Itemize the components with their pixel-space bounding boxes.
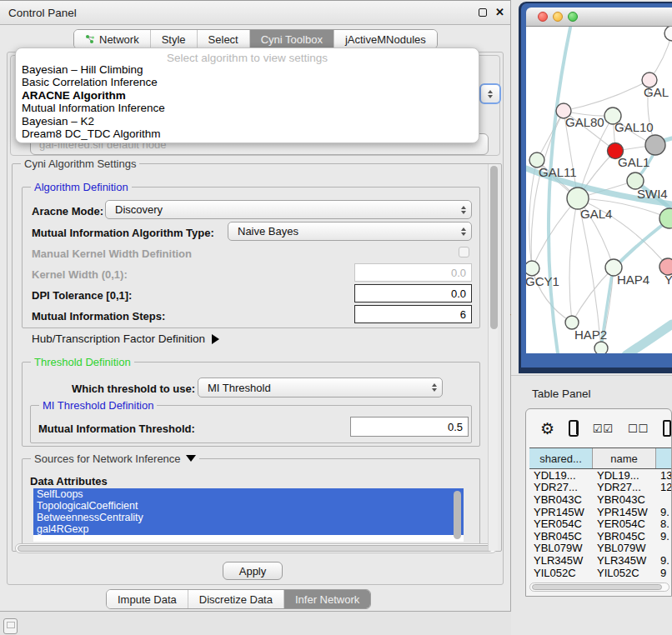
combo-spinner-icon: [456, 206, 471, 214]
table-cell: YBL079W: [529, 542, 593, 554]
table-row[interactable]: YER054CYER054C8.: [529, 518, 672, 530]
node-label: GAL80: [565, 115, 604, 129]
table-cell: YBR043C: [593, 493, 656, 506]
expand-right-icon: [212, 334, 219, 344]
node-label: Y: [664, 272, 672, 287]
tab-impute-data[interactable]: Impute Data: [107, 590, 188, 608]
attribute-list-item[interactable]: TopologicalCoefficient: [33, 500, 464, 512]
mi-threshold-field[interactable]: 0.5: [350, 417, 469, 437]
which-threshold-value: MI Threshold: [208, 382, 271, 394]
node-label: GAL10: [614, 120, 654, 134]
attributes-vertical-scrollbar[interactable]: [454, 491, 461, 539]
table-row[interactable]: YBR045CYBR045C9.: [529, 530, 672, 542]
table-cell: YDR27...: [529, 481, 593, 493]
tab-discretize-data[interactable]: Discretize Data: [188, 590, 284, 608]
which-threshold-select[interactable]: MI Threshold: [198, 378, 443, 398]
popup-item[interactable]: Bayesian – Hill Climbing: [16, 63, 479, 76]
tab-label: Impute Data: [118, 593, 177, 606]
mi-threshold-definition-title: MI Threshold Definition: [39, 399, 157, 412]
network-node[interactable]: [594, 342, 608, 353]
tab-select[interactable]: Select: [198, 30, 250, 48]
network-tab-icon: [85, 34, 95, 44]
inference-algorithm-combo-fragment[interactable]: [479, 83, 501, 104]
table-row[interactable]: YBR043CYBR043C: [529, 493, 672, 506]
dpi-tolerance-field[interactable]: 0.0: [354, 284, 472, 302]
screenshot-stage: Control Panel ✕ NetworkStyleSelectCyni T…: [0, 0, 672, 635]
table-cell: YIL052C: [593, 567, 656, 579]
select-all-icon[interactable]: ☑☑: [593, 422, 614, 435]
minimize-traffic-light-icon[interactable]: [553, 12, 563, 22]
tab-network[interactable]: Network: [74, 30, 151, 48]
aracne-mode-select[interactable]: Discovery: [105, 200, 472, 219]
column-header-a[interactable]: A: [656, 448, 672, 468]
node-label: GCY1: [526, 274, 559, 288]
mi-steps-field[interactable]: 6: [354, 305, 472, 323]
table-cell: YER054C: [593, 518, 656, 530]
table-row[interactable]: YPR145WYPR145W9.: [529, 506, 672, 518]
column-header-name[interactable]: name: [593, 448, 656, 468]
attributes-horizontal-scrollbar[interactable]: [15, 543, 497, 553]
dpi-tolerance-label: DPI Tolerance [0,1]:: [32, 289, 132, 302]
tab-infer-network[interactable]: Infer Network: [284, 590, 370, 608]
attribute-list-item[interactable]: SelfLoops: [33, 488, 464, 500]
table-panel: ⚙ ☑☑ ☐☐ shared...nameAYDL19...YDL19...13…: [525, 408, 672, 597]
manual-kernel-width-checkbox[interactable]: [459, 247, 469, 258]
table-cell: YDL19...: [593, 469, 656, 482]
node-label: GAL1: [618, 155, 649, 169]
popup-item[interactable]: Basic Correlation Inference: [16, 76, 479, 88]
tab-label: Style: [162, 33, 186, 46]
table-row[interactable]: YDL19...YDL19...13: [529, 469, 672, 482]
hub-definition-expander[interactable]: Hub/Transcription Factor Definition: [32, 332, 219, 345]
network-view-canvas[interactable]: GALGAL80GAL10GAL1GAL11SWI4GAL4GCY1HAP4YH…: [526, 27, 672, 353]
node-label: HAP4: [617, 272, 649, 287]
export-table-icon[interactable]: [663, 420, 671, 437]
apply-button[interactable]: Apply: [223, 562, 283, 580]
mi-threshold-value: 0.5: [448, 421, 463, 433]
manual-kernel-width-label: Manual Kernel Width Definition: [32, 248, 192, 260]
table-row[interactable]: YLR345WYLR345W9.: [529, 554, 672, 567]
tab-style[interactable]: Style: [151, 30, 198, 48]
column-header-shared[interactable]: shared...: [529, 448, 593, 468]
control-panel-titlebar[interactable]: Control Panel ✕: [0, 0, 510, 25]
attribute-list-item[interactable]: BetweennessCentrality: [33, 512, 464, 523]
columns-icon[interactable]: [569, 420, 579, 437]
docked-panel-icon[interactable]: [3, 618, 18, 634]
popup-item[interactable]: Bayesian – K2: [16, 115, 479, 128]
gear-icon[interactable]: ⚙: [540, 421, 554, 437]
tab-jactivemnodules[interactable]: jActiveMNodules: [334, 30, 437, 48]
node-label: GAL: [644, 85, 669, 99]
network-node[interactable]: [645, 135, 665, 155]
combo-spinner-icon: [427, 383, 442, 392]
scrollbar-thumb[interactable]: [18, 545, 493, 552]
close-icon[interactable]: ✕: [495, 8, 504, 18]
mi-steps-label: Mutual Information Steps:: [32, 310, 165, 322]
table-cell: 9.: [656, 530, 672, 542]
popup-item[interactable]: Dream8 DC_TDC Algorithm: [16, 128, 479, 140]
close-traffic-light-icon[interactable]: [538, 12, 548, 22]
mi-algorithm-type-select[interactable]: Naive Bayes: [228, 222, 472, 241]
popup-item[interactable]: Mutual Information Inference: [16, 102, 479, 114]
network-graph: GALGAL80GAL10GAL1GAL11SWI4GAL4GCY1HAP4YH…: [526, 27, 672, 353]
kernel-width-field[interactable]: 0.0: [354, 263, 472, 282]
table-horizontal-scrollbar[interactable]: [529, 582, 669, 592]
table-cell: YER054C: [529, 518, 593, 530]
sources-group-title[interactable]: Sources for Network Inference: [31, 452, 199, 465]
network-window-titlebar[interactable]: [526, 8, 672, 27]
node-table[interactable]: shared...nameAYDL19...YDL19...13YDR27...…: [529, 448, 672, 578]
data-attributes-list[interactable]: SelfLoopsTopologicalCoefficientBetweenne…: [33, 488, 464, 542]
table-row[interactable]: YIL052CYIL052C9: [529, 567, 672, 579]
attribute-list-item[interactable]: gal4RGexp: [33, 523, 464, 535]
zoom-traffic-light-icon[interactable]: [568, 12, 578, 22]
scrollbar-thumb[interactable]: [490, 166, 498, 329]
collapse-down-icon: [186, 455, 196, 462]
tab-label: Cyni Toolbox: [261, 33, 323, 46]
popup-item[interactable]: ARACNE Algorithm: [16, 89, 479, 102]
settings-vertical-scrollbar[interactable]: [488, 164, 498, 551]
deselect-all-icon[interactable]: ☐☐: [628, 422, 649, 435]
float-window-icon[interactable]: [479, 8, 487, 17]
scrollbar-thumb[interactable]: [532, 584, 662, 590]
tab-cyni-toolbox[interactable]: Cyni Toolbox: [250, 30, 334, 48]
table-row[interactable]: YBL079WYBL079W: [529, 542, 672, 555]
network-node[interactable]: [664, 27, 672, 41]
table-row[interactable]: YDR27...YDR27...12: [529, 482, 672, 494]
